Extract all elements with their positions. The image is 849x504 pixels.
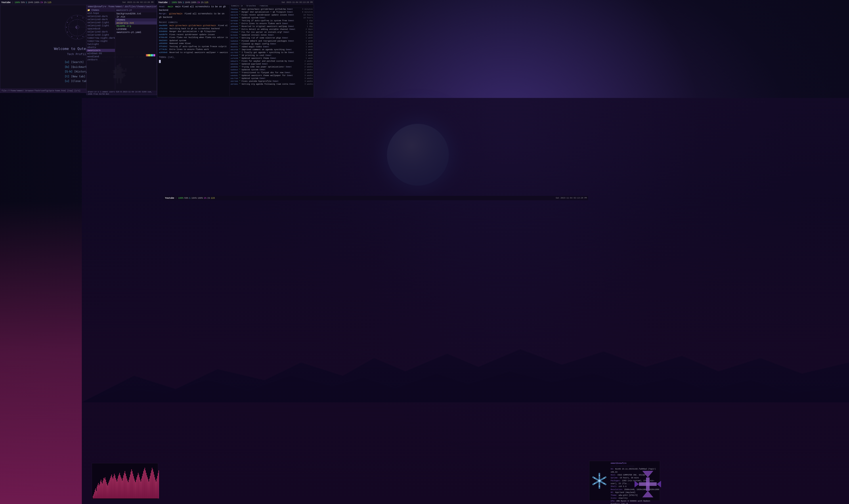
dir-woodland[interactable]: woodland — [87, 55, 115, 58]
commit-020d009[interactable]: 020d009 Ranger dnd optimization + qb fil… — [159, 30, 228, 33]
file-readme[interactable]: README.org — [115, 24, 157, 28]
log-5047f18[interactable]: 5047f18 * Getting rid of some electron p… — [230, 37, 314, 40]
viz-bar-73 — [141, 479, 142, 499]
dir-tomorrow-night-dark[interactable]: tomorrow-night-dark — [87, 36, 115, 40]
log-e011f28[interactable]: e011f28 * Improved comment on agenda syn… — [230, 49, 314, 51]
log-5a6b019[interactable]: 5a6b019 * Pinned embark and reorganized … — [230, 40, 314, 43]
dir-solarized-dark[interactable]: solarized-dark — [87, 30, 115, 33]
viz-bar-75 — [143, 474, 143, 499]
log-a56059e[interactable]: a56059e * Trying some new power optimiza… — [230, 66, 314, 69]
viz-bar-48 — [125, 471, 125, 499]
log-e1c7253[interactable]: e1c7253 * I finally got agenda + syncthi… — [230, 51, 314, 54]
dir-tomorrow-night[interactable]: tomorrow-night — [87, 40, 115, 43]
log-5af93d2[interactable]: 5af93d2 * Testing if auto-cpufreq is sys… — [230, 19, 314, 22]
viz-bar-30 — [113, 479, 113, 499]
log-c84f5e0[interactable]: c84f5e0 * Extra detail on adding unstabl… — [230, 28, 314, 31]
viz-bar-66 — [137, 477, 137, 499]
file-list: uwunicorn-yt background256.txt lr.nix th… — [115, 8, 157, 90]
file-themes[interactable]: themes — [115, 18, 157, 21]
dir-twilight[interactable]: twilight — [87, 43, 115, 46]
dir-ald-hope[interactable]: ald-hope — [87, 12, 115, 15]
viz-bar-83 — [148, 479, 148, 499]
svg-rect-55 — [639, 482, 657, 486]
bottom-datetime: Sat 2023-11-04 02:13:20 PM — [556, 197, 587, 199]
svg-point-14 — [72, 18, 72, 18]
log-495b650[interactable]: 495b650 * Updated system Emmet 18 hours — [230, 17, 314, 19]
file-license[interactable]: LICENSE — [115, 28, 157, 31]
file-polarity[interactable]: polarity.txt — [115, 21, 157, 24]
dir-spacedusk[interactable]: spacedusk — [87, 27, 115, 30]
dir-windows95[interactable]: windows-95 — [87, 52, 115, 55]
recent-commits-section: Recent commits dee0888 main gitea/main g… — [157, 20, 230, 55]
svg-point-3 — [77, 16, 78, 17]
viz-bar-60 — [133, 474, 133, 499]
viz-bar-49 — [125, 474, 126, 499]
log-d327350[interactable]: d327350 * Fixes youtube hyprprofile Emme… — [230, 80, 314, 83]
commit-4e60bf0[interactable]: 4e60bf0 Fixes recent qutebrowser update … — [159, 33, 228, 36]
viz-bar-21 — [107, 484, 107, 499]
viz-bar-38 — [118, 476, 119, 499]
viz-bar-18 — [105, 477, 105, 499]
dir-solarized-light[interactable]: solarized-light — [87, 33, 115, 36]
log-0c31b2c[interactable]: 0c31b2c * Updated install notes Emmet 1 … — [230, 34, 314, 37]
log-9ea421c[interactable]: 9ea421c * Added magit-todos Emmet 1 week — [230, 46, 314, 49]
viz-bar-26 — [110, 478, 111, 499]
log-54c5170[interactable]: 54c5170 * Fixes recent qutebrowser updat… — [230, 14, 314, 17]
dir-parent[interactable]: 📁 themes — [87, 8, 115, 12]
viz-bar-36 — [117, 482, 117, 499]
file-background256[interactable]: background256.txt — [115, 12, 157, 15]
dir-uwunicorn[interactable]: uwunicorn — [87, 49, 115, 52]
log-f9a03ba[interactable]: f9a03ba * main gitea/main gitlab/main gi… — [230, 8, 314, 11]
log-e4e5b3c[interactable]: e4e5b3c * Updated uwunicorn theme wallpa… — [230, 74, 314, 77]
viz-bar-50 — [126, 476, 126, 499]
log-c500153[interactable]: c500153 * Cleaned up magit config Emmet … — [230, 43, 314, 46]
dir-selenized-dark-2[interactable]: selenized-dark — [87, 18, 115, 21]
viz-bar-93 — [155, 477, 155, 499]
viz-bar-62 — [134, 479, 134, 499]
viz-bar-33 — [115, 475, 115, 499]
log-4969104[interactable]: 4969104 * Ranger dnd optimization + qb f… — [230, 11, 314, 14]
viz-bar-95 — [156, 482, 156, 499]
viz-bar-24 — [109, 482, 109, 499]
magit-main-panel: Head: main main Fixed all screenshots to… — [157, 4, 230, 96]
dir-zenburn[interactable]: zenburn — [87, 58, 115, 61]
log-5a994e4[interactable]: 5a994e4 * Updated system Emmet 2 weeks — [230, 69, 314, 71]
log-b00a374[interactable]: b00a374 * Fixes for waybar and patched c… — [230, 60, 314, 63]
commit-8706c08[interactable]: 8706c08 Fixes flake not building when fl… — [159, 36, 228, 39]
dir-selenized-dark-1[interactable]: selenized-dark — [87, 15, 115, 18]
log-f7504b6[interactable]: f7504b6 * Fix for nix parser on install.… — [230, 31, 314, 34]
viz-bar-46 — [123, 475, 124, 499]
log-3774c0c[interactable]: 3774c0c * Extra lines to ensure flakes w… — [230, 22, 314, 25]
log-da94da4[interactable]: da94da4 * Transitioned to flatpak obs fo… — [230, 71, 314, 74]
commit-b8d2003[interactable]: b8d2003 Updated system — [159, 39, 228, 42]
svg-marker-56 — [634, 481, 639, 487]
commit-a2658e0[interactable]: a2658e0 Reverted to original uwunicorn w… — [159, 51, 228, 54]
commit-5f53d42[interactable]: 5f53d42 Testing if auto-cpufreq is syste… — [159, 45, 228, 49]
commit-2774c0c[interactable]: 2774c0c Extra lines to ensure flakes wor… — [159, 48, 228, 51]
dir-ubuntu[interactable]: ubuntu — [87, 46, 115, 49]
viz-bar-68 — [138, 473, 139, 499]
viz-bar-98 — [158, 473, 158, 499]
log-cef4230[interactable]: cef4230 * Updated uwunicorn theme Emmet … — [230, 57, 314, 60]
audio-viz-window — [92, 463, 158, 500]
viz-bar-13 — [102, 482, 102, 499]
log-b3c77d4[interactable]: b3c77d4 * Updated system Emmet 3 weeks — [230, 77, 314, 80]
log-a265be0[interactable]: a265be0 * Reverted to original uwunicorn… — [230, 25, 314, 28]
app-label-right: Youtube — [158, 1, 167, 4]
commit-dee0888[interactable]: dee0888 main gitea/main gitlab/main gith… — [159, 24, 228, 28]
viz-bar-86 — [150, 476, 150, 499]
dir-selenized-light-2[interactable]: selenized-light — [87, 24, 115, 27]
log-df4eee8[interactable]: df4eee8 * 3d printing is cool Emmet 1 we… — [230, 54, 314, 57]
log-b0b5640[interactable]: b0b5640 * Updated pyprland Emmet 2 weeks — [230, 63, 314, 66]
file-statusbar: drwxr-xr-x 1 emmet users 528 B 2023-11-0… — [87, 91, 157, 95]
nix-logo-large — [634, 466, 661, 502]
dir-selenized-light-1[interactable]: selenized-light — [87, 21, 115, 24]
file-lr-nix[interactable]: lr.nix — [115, 15, 157, 18]
commit-ef0c50d[interactable]: ef0c50d Switching back to gh as screensh… — [159, 28, 228, 31]
viz-bar-80 — [146, 473, 146, 499]
log-d9f3961[interactable]: d9f3961 * Setting org agenda following r… — [230, 83, 314, 86]
file-uwunicorn-yaml[interactable]: uwunicorn-yt.yaml — [115, 31, 157, 34]
viz-bar-70 — [139, 477, 140, 499]
svg-marker-57 — [657, 481, 661, 487]
commit-a958d60[interactable]: a958d60 Removed some bloat — [159, 42, 228, 45]
